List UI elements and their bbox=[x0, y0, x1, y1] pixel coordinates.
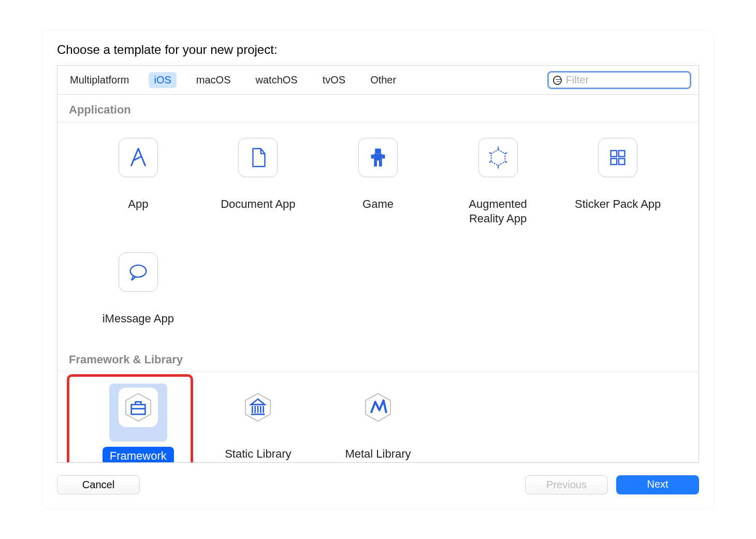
template-metal-library[interactable]: Metal Library bbox=[318, 380, 438, 463]
template-chooser-window: Choose a template for your new project: … bbox=[42, 30, 714, 509]
section-header-application: Application bbox=[57, 95, 699, 122]
svg-rect-3 bbox=[382, 154, 385, 159]
template-label: Document App bbox=[221, 197, 295, 211]
cancel-button[interactable]: Cancel bbox=[57, 475, 140, 494]
next-button[interactable]: Next bbox=[616, 475, 699, 494]
app-icon bbox=[119, 138, 158, 177]
page-title: Choose a template for your new project: bbox=[57, 42, 699, 57]
tab-watchos[interactable]: watchOS bbox=[251, 72, 303, 88]
filter-icon bbox=[553, 76, 562, 85]
svg-rect-1 bbox=[374, 153, 382, 160]
framework-icon bbox=[119, 388, 158, 427]
svg-rect-0 bbox=[375, 149, 381, 154]
section-header-framework: Framework & Library bbox=[57, 345, 699, 372]
template-label: Framework bbox=[103, 447, 174, 463]
sticker-icon bbox=[598, 138, 637, 177]
svg-rect-2 bbox=[371, 154, 374, 159]
platform-tabbar: Multiplatform iOS macOS watchOS tvOS Oth… bbox=[57, 66, 699, 95]
template-sticker-pack[interactable]: Sticker Pack App bbox=[558, 131, 678, 229]
template-framework[interactable]: Framework bbox=[78, 380, 198, 463]
game-icon bbox=[358, 138, 398, 177]
application-grid: App Document App bbox=[57, 122, 699, 345]
svg-rect-7 bbox=[619, 151, 625, 157]
ar-icon bbox=[478, 138, 518, 177]
svg-rect-8 bbox=[611, 159, 617, 165]
imessage-icon bbox=[119, 252, 158, 292]
template-imessage-app[interactable]: iMessage App bbox=[78, 245, 198, 329]
svg-rect-9 bbox=[619, 159, 625, 165]
tab-macos[interactable]: macOS bbox=[191, 72, 236, 88]
svg-rect-4 bbox=[374, 161, 377, 167]
template-document-app[interactable]: Document App bbox=[198, 131, 318, 229]
tab-multiplatform[interactable]: Multiplatform bbox=[65, 72, 134, 88]
template-label: iMessage App bbox=[103, 311, 174, 326]
static-library-icon bbox=[238, 388, 278, 427]
tab-ios[interactable]: iOS bbox=[149, 72, 176, 88]
framework-grid: Framework Static Library bbox=[57, 372, 699, 463]
svg-marker-11 bbox=[126, 393, 151, 421]
svg-rect-5 bbox=[379, 161, 382, 167]
filter-input[interactable] bbox=[566, 74, 686, 86]
panel: Multiplatform iOS macOS watchOS tvOS Oth… bbox=[57, 65, 699, 463]
template-static-library[interactable]: Static Library bbox=[198, 380, 318, 463]
template-label: Game bbox=[362, 197, 394, 211]
filter-field-wrap[interactable] bbox=[547, 71, 691, 89]
template-ar-app[interactable]: Augmented Reality App bbox=[438, 131, 558, 229]
template-label: Static Library bbox=[225, 447, 291, 461]
template-label: Metal Library bbox=[345, 447, 411, 461]
svg-point-10 bbox=[130, 265, 146, 277]
template-label: App bbox=[128, 197, 148, 211]
template-game[interactable]: Game bbox=[318, 131, 438, 229]
previous-button: Previous bbox=[525, 475, 608, 494]
metal-library-icon bbox=[358, 388, 398, 427]
template-label: Augmented Reality App bbox=[452, 197, 545, 225]
tab-other[interactable]: Other bbox=[365, 72, 401, 88]
template-label: Sticker Pack App bbox=[575, 197, 661, 211]
tab-tvos[interactable]: tvOS bbox=[317, 72, 351, 88]
template-app[interactable]: App bbox=[78, 131, 198, 229]
svg-rect-6 bbox=[611, 151, 617, 157]
document-icon bbox=[238, 138, 278, 177]
footer: Cancel Previous Next bbox=[57, 475, 699, 494]
